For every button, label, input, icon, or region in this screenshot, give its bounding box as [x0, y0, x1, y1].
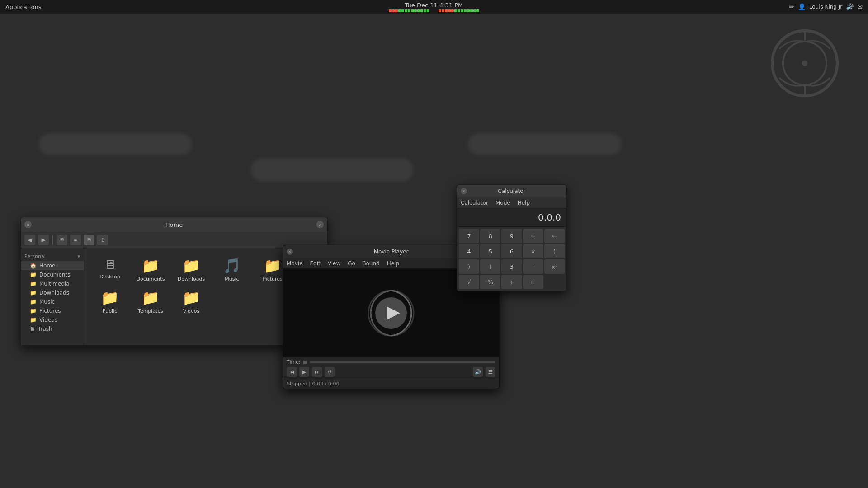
calc-btn-minus[interactable]: - [523, 259, 543, 274]
calc-btn-square[interactable]: x² [544, 259, 565, 274]
menu-item-edit[interactable]: Edit [310, 260, 321, 267]
calc-btn-plus[interactable]: + [523, 229, 543, 243]
playlist-button[interactable]: ☰ [486, 367, 495, 377]
file-item-music[interactable]: 🎵 Music [212, 253, 252, 286]
menu-item-help[interactable]: Help [387, 260, 399, 267]
back-button[interactable]: ◀ [24, 235, 35, 245]
menu-item-go[interactable]: Go [348, 260, 355, 267]
skip-forward-button[interactable]: ⏭ [312, 367, 322, 377]
sidebar-item-videos[interactable]: 📁 Videos [21, 315, 84, 324]
movie-player-close-button[interactable]: × [287, 249, 293, 255]
svg-point-2 [802, 61, 808, 66]
skip-back-button[interactable]: ⏮ [287, 367, 297, 377]
file-item-downloads[interactable]: 📁 Downloads [171, 253, 212, 286]
forward-button[interactable]: ▶ [38, 235, 49, 245]
sidebar-item-pictures[interactable]: 📁 Pictures [21, 306, 84, 315]
file-item-label: Public [103, 308, 118, 314]
playback-controls-row: ⏮ ▶ ⏭ ↺ 🔊 ☰ [287, 367, 495, 377]
calc-btn-open-paren[interactable]: ( [544, 244, 565, 258]
menu-item-help[interactable]: Help [518, 200, 530, 206]
time-label: Time: [287, 359, 301, 365]
calc-btn-9[interactable]: 9 [501, 229, 522, 243]
volume-icon[interactable]: 🔊 [846, 3, 854, 10]
file-item-videos[interactable]: 📁 Videos [171, 286, 212, 318]
file-item-label: Downloads [178, 276, 205, 282]
meter-bar [454, 9, 457, 12]
topbar-right: ✏ 👤 Louis King Jr 🔊 ✉ [789, 3, 863, 10]
username-label: Louis King Jr [809, 4, 843, 10]
folder-icon: 📁 [182, 257, 200, 274]
play-button-visual[interactable] [366, 288, 416, 338]
sidebar-item-home[interactable]: 🏠 Home [21, 261, 84, 270]
calc-btn-backspace[interactable]: ← [544, 229, 565, 243]
calc-btn-percent[interactable]: % [480, 275, 500, 289]
calc-btn-close-paren[interactable]: ) [459, 259, 479, 274]
icon-view-button[interactable]: ⊞ [57, 235, 67, 245]
file-item-desktop[interactable]: 🖥 Desktop [90, 253, 130, 286]
calculator-window: × Calculator Calculator Mode Help 0.0.0 … [457, 184, 567, 291]
toolbar-extra-button[interactable]: ⊕ [97, 235, 108, 245]
file-item-label: Desktop [99, 274, 120, 280]
sidebar-item-downloads[interactable]: 📁 Downloads [21, 288, 84, 297]
calc-btn-7[interactable]: 7 [459, 229, 479, 243]
calc-btn-8[interactable]: 8 [480, 229, 500, 243]
movie-player-status: Stopped | 0:00 / 0:00 [283, 379, 499, 389]
time-progress-bar[interactable] [310, 361, 495, 363]
datetime-display: Tue Dec 11 4:31 PM [405, 2, 463, 9]
calc-btn-5[interactable]: 5 [480, 244, 500, 258]
file-item-templates[interactable]: 📁 Templates [130, 286, 171, 318]
mail-icon[interactable]: ✉ [857, 3, 863, 10]
sidebar-item-multimedia[interactable]: 📁 Multimedia [21, 279, 84, 288]
file-manager-title: Home [165, 221, 183, 228]
movie-player-title: Movie Player [374, 249, 409, 255]
list-view-button[interactable]: ≡ [70, 235, 81, 245]
calc-btn-4[interactable]: 4 [459, 244, 479, 258]
calc-btn-sqrt-small[interactable]: ⌊ [480, 259, 500, 274]
calc-btn-6[interactable]: 6 [501, 244, 522, 258]
folder-icon: 📁 [182, 289, 200, 306]
meter-bar [448, 9, 451, 12]
sidebar-item-music[interactable]: 📁 Music [21, 297, 84, 306]
file-item-label: Pictures [263, 276, 283, 282]
menu-item-sound[interactable]: Sound [363, 260, 380, 267]
status-text: Stopped [287, 381, 307, 387]
menu-item-calculator[interactable]: Calculator [461, 200, 488, 206]
dock-item-right [468, 133, 622, 155]
meter-bar [476, 9, 479, 12]
calc-btn-sqrt[interactable]: √ [459, 275, 479, 289]
calculator-close-button[interactable]: × [461, 188, 467, 194]
file-manager-close-button[interactable]: × [24, 221, 32, 228]
music-folder-icon: 🎵 [223, 257, 241, 274]
user-icon: 👤 [798, 3, 806, 10]
right-channel-meters [439, 9, 479, 12]
applications-menu[interactable]: Applications [5, 4, 41, 10]
calc-btn-equals[interactable]: = [523, 275, 543, 289]
calc-btn-multiply[interactable]: × [523, 244, 543, 258]
sidebar-collapse-icon[interactable]: ▾ [77, 253, 80, 259]
menu-item-mode[interactable]: Mode [495, 200, 510, 206]
compact-view-button[interactable]: ⊟ [84, 235, 94, 245]
sidebar-item-trash[interactable]: 🗑 Trash [21, 324, 84, 333]
calc-btn-3[interactable]: 3 [501, 259, 522, 274]
meter-bar [439, 9, 441, 12]
calculator-title: Calculator [498, 188, 526, 194]
meter-bar [470, 9, 473, 12]
menu-item-movie[interactable]: Movie [287, 260, 303, 267]
monitor-icon: 🖥 [104, 257, 116, 272]
volume-button[interactable]: 🔊 [473, 367, 483, 377]
file-item-documents[interactable]: 📁 Documents [130, 253, 171, 286]
meter-bar [405, 9, 407, 12]
time-block-indicator [303, 361, 307, 364]
play-pause-button[interactable]: ▶ [299, 367, 309, 377]
sidebar-item-documents[interactable]: 📁 Documents [21, 270, 84, 279]
pencil-icon[interactable]: ✏ [789, 3, 794, 10]
topbar-center: Tue Dec 11 4:31 PM [389, 2, 479, 12]
calc-btn-add[interactable]: + [501, 275, 522, 289]
meter-bar [408, 9, 410, 12]
time-counter: 0:00 / 0:00 [312, 381, 339, 387]
file-manager-maximize-button[interactable]: ⤢ [316, 221, 324, 228]
repeat-button[interactable]: ↺ [325, 367, 335, 377]
menu-item-view[interactable]: View [328, 260, 340, 267]
file-item-public[interactable]: 📁 Public [90, 286, 130, 318]
file-item-label: Documents [137, 276, 165, 282]
